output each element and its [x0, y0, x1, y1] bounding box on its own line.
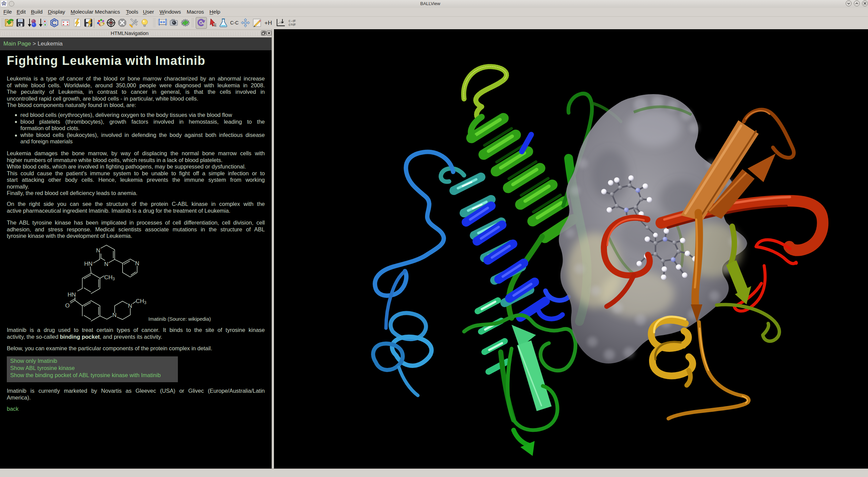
svg-text:N: N	[96, 247, 100, 254]
svg-text:N: N	[128, 303, 132, 309]
svg-text:HN: HN	[68, 292, 76, 298]
svg-text:CH3: CH3	[136, 298, 147, 305]
svg-text:+H: +H	[264, 20, 272, 26]
svg-text:CH3: CH3	[104, 274, 115, 281]
svg-text:N: N	[112, 312, 116, 318]
svg-text:C-C: C-C	[230, 20, 239, 25]
svg-text:N: N	[135, 260, 139, 267]
svg-text:c-o: c-o	[289, 19, 295, 23]
svg-text:O: O	[65, 302, 70, 309]
svg-text:c=o: c=o	[289, 23, 295, 27]
svg-text:E: E	[214, 23, 217, 27]
svg-text:N: N	[104, 261, 108, 267]
svg-text:HN: HN	[84, 261, 93, 267]
